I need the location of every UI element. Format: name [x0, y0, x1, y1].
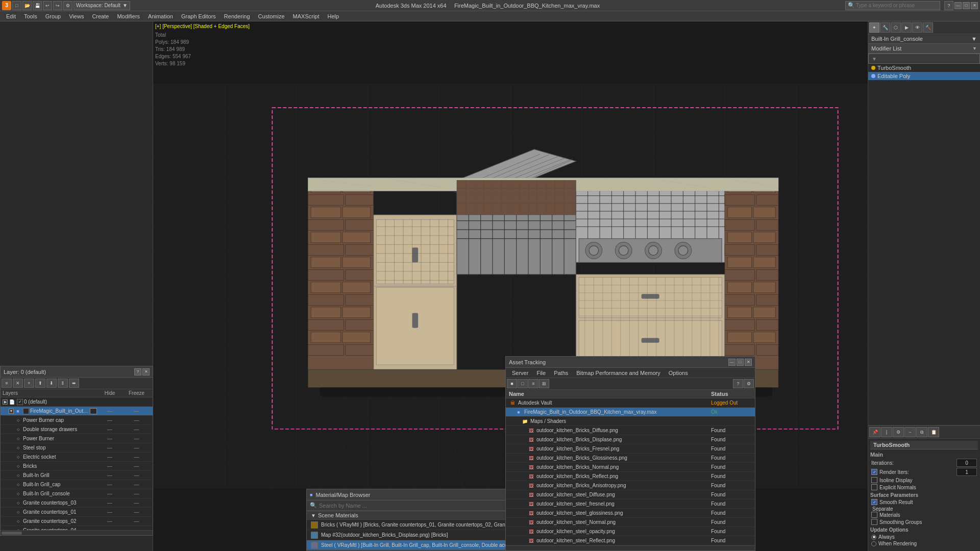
ts-isoline-checkbox[interactable] — [871, 477, 877, 483]
ts-iterations-input[interactable] — [957, 459, 977, 467]
layer-item-granite-01[interactable]: ◇ Granite countertops_01 — — — [1, 508, 153, 517]
open-btn[interactable]: 📂 — [22, 1, 32, 10]
at-menu-server[interactable]: Server — [508, 368, 532, 378]
at-item-bricks-displase[interactable]: 🖼 outdoor_kitchen_Bricks_Displase.png Fo… — [506, 435, 755, 444]
ts-always-radio[interactable] — [871, 535, 876, 540]
at-item-bricks-glossiness[interactable]: 🖼 outdoor_kitchen_Bricks_Glossiness.png … — [506, 454, 755, 463]
close-button[interactable]: ✕ — [971, 2, 978, 9]
at-item-steel-fresnel[interactable]: 🖼 outdoor_kitchen_steel_fresnel.png Foun… — [506, 499, 755, 509]
at-item-steel-opacity[interactable]: 🖼 outdoor_kitchen_steel_opacity.png Foun… — [506, 527, 755, 536]
menu-customize[interactable]: Customize — [254, 11, 289, 21]
layer-expand-firemagic[interactable]: ▼ — [9, 409, 14, 414]
layer-item-builtin-grill-cap[interactable]: ◇ Built-In Grill_cap — — — [1, 480, 153, 489]
minimize-button[interactable]: — — [954, 2, 962, 9]
workspace-dropdown[interactable]: Workspace: Default ▼ — [74, 1, 130, 10]
layer-item-granite-03[interactable]: ◇ Granite countertops_03 — — — [1, 498, 153, 508]
edit-bar-icon[interactable]: | — [881, 427, 892, 437]
at-menu-options[interactable]: Options — [665, 368, 692, 378]
layer-item-electric-socket[interactable]: ◇ Electric socket — — — [1, 453, 153, 462]
menu-modifiers[interactable]: Modifiers — [113, 11, 144, 21]
menu-graph-editors[interactable]: Graph Editors — [177, 11, 220, 21]
layer-tool-7[interactable]: ⬌ — [69, 379, 79, 388]
at-item-steel-normal[interactable]: 🖼 outdoor_kitchen_steel_Normal.png Found — [506, 518, 755, 527]
menu-help[interactable]: Help — [324, 11, 344, 21]
at-btn-1[interactable]: ■ — [507, 379, 517, 388]
layer-item-granite-02[interactable]: ◇ Granite countertops_02 — — — [1, 517, 153, 526]
modifier-dropdown[interactable]: ▼ — [972, 45, 977, 52]
ts-explicit-checkbox[interactable] — [871, 484, 877, 490]
layer-hscroll[interactable] — [1, 530, 153, 535]
at-menu-bitmap[interactable]: Bitmap Performance and Memory — [572, 368, 664, 378]
layer-item-firemagic[interactable]: ▼ ■ FireMagic_Built_in_Outdoor_BBQ_Kitch… — [1, 407, 153, 416]
modifier-turbosmooth[interactable]: TurboSmooth — [868, 64, 980, 72]
layer-tool-5[interactable]: ⬇ — [46, 379, 57, 388]
layer-hscroll-thumb[interactable] — [2, 532, 22, 535]
at-item-bricks-fresnel[interactable]: 🖼 outdoor_kitchen_Bricks_Fresnel.png Fou… — [506, 444, 755, 454]
layer-tool-2[interactable]: ✕ — [13, 379, 23, 388]
layer-tool-3[interactable]: + — [24, 379, 34, 388]
layer-item-steel-stop[interactable]: ◇ Steel stop — — — [1, 443, 153, 453]
ts-smoothing-checkbox[interactable] — [871, 519, 877, 525]
at-minimize-button[interactable]: — — [728, 359, 736, 366]
layer-tool-4[interactable]: ⬆ — [35, 379, 45, 388]
layer-item-bricks[interactable]: ◇ Bricks — — — [1, 462, 153, 471]
at-item-bricks-reflect[interactable]: 🖼 outdoor_kitchen_Bricks_Reflect.png Fou… — [506, 472, 755, 481]
layer-close-button[interactable]: ✕ — [142, 368, 150, 375]
at-item-vault[interactable]: 🏛 Autodesk Vault Logged Out — [506, 398, 755, 408]
ts-materials-checkbox[interactable] — [871, 512, 877, 518]
layer-item-builtin-grill[interactable]: ◇ Built-In Grill — — — [1, 471, 153, 480]
modify-icon[interactable]: 🔧 — [880, 22, 890, 33]
ts-render-iters-checkbox[interactable]: ✓ — [871, 469, 877, 475]
menu-tools[interactable]: Tools — [20, 11, 41, 21]
at-item-bricks-normal[interactable]: 🖼 outdoor_kitchen_Bricks_Normal.png Foun… — [506, 463, 755, 472]
layer-item-power-burner[interactable]: ◇ Power Burner — — — [1, 434, 153, 443]
create-icon[interactable]: ✦ — [869, 22, 879, 33]
new-btn[interactable]: □ — [12, 1, 21, 10]
redo-btn[interactable]: ↪ — [53, 1, 62, 10]
at-menu-file[interactable]: File — [532, 368, 550, 378]
layer-item-double-storage[interactable]: ◇ Double storage drawers — — — [1, 425, 153, 434]
menu-maxscript[interactable]: MAXScript — [289, 11, 324, 21]
at-btn-2[interactable]: □ — [518, 379, 528, 388]
modifier-editable-poly[interactable]: Editable Poly — [868, 72, 980, 80]
at-item-steel-diffuse[interactable]: 🖼 outdoor_kitchen_steel_Diffuse.png Foun… — [506, 490, 755, 499]
layer-tool-6[interactable]: ⇕ — [58, 379, 68, 388]
ts-when-rendering-radio[interactable] — [871, 541, 876, 546]
utilities-icon[interactable]: 🔨 — [923, 22, 933, 33]
menu-animation[interactable]: Animation — [144, 11, 177, 21]
at-item-bricks-diffuse[interactable]: 🖼 outdoor_kitchen_Bricks_Diffuse.png Fou… — [506, 426, 755, 435]
at-btn-settings[interactable]: ⚙ — [744, 379, 754, 388]
menu-edit[interactable]: Edit — [2, 11, 20, 21]
ts-smooth-result-checkbox[interactable]: ✓ — [871, 499, 877, 505]
search-input[interactable] — [856, 3, 938, 8]
at-hscroll[interactable] — [506, 545, 755, 550]
at-item-maxfile[interactable]: ■ FireMagic_Built_in_Outdoor_BBQ_Kitchen… — [506, 408, 755, 417]
save-btn[interactable]: 💾 — [33, 1, 42, 10]
ref-btn[interactable]: ⚙ — [63, 1, 72, 10]
layer-item-builtin-grill-console[interactable]: ◇ Built-In Grill_console — — — [1, 489, 153, 498]
edit-configure-icon[interactable]: ⚙ — [893, 427, 904, 437]
at-btn-3[interactable]: ≡ — [528, 379, 538, 388]
layer-expand-default[interactable]: ▶ — [3, 399, 8, 405]
at-item-steel-glossiness[interactable]: 🖼 outdoor_kitchen_steel_glossiness.png F… — [506, 509, 755, 518]
layer-item-default[interactable]: ▶ 📄 ✓ 0 (default) — [1, 397, 153, 407]
maximize-button[interactable]: □ — [963, 2, 970, 9]
undo-btn[interactable]: ↩ — [43, 1, 52, 10]
menu-create[interactable]: Create — [88, 11, 113, 21]
layer-item-powerburner-cap[interactable]: ◇ Power Burner cap — — — [1, 416, 153, 425]
edit-copy-icon[interactable]: ⧉ — [916, 427, 927, 437]
modifier-list-dropdown[interactable]: ▼ — [868, 54, 980, 64]
hierarchy-icon[interactable]: ⬡ — [891, 22, 901, 33]
at-item-steel-reflect[interactable]: 🖼 outdoor_kitchen_steel_Reflect.png Foun… — [506, 536, 755, 545]
search-box[interactable]: 🔍 — [845, 1, 940, 10]
at-btn-4[interactable]: ⊞ — [539, 379, 549, 388]
ts-render-iters-input[interactable] — [957, 468, 977, 476]
edit-pin-icon[interactable]: 📌 — [869, 427, 880, 437]
menu-views[interactable]: Views — [65, 11, 88, 21]
display-icon[interactable]: 👁 — [912, 22, 922, 33]
motion-icon[interactable]: ▶ — [901, 22, 912, 33]
help-icon[interactable]: ? — [944, 1, 953, 10]
edit-paste-icon[interactable]: 📋 — [928, 427, 939, 437]
menu-rendering[interactable]: Rendering — [220, 11, 254, 21]
mat-section-expand[interactable]: ▼ — [311, 513, 316, 518]
